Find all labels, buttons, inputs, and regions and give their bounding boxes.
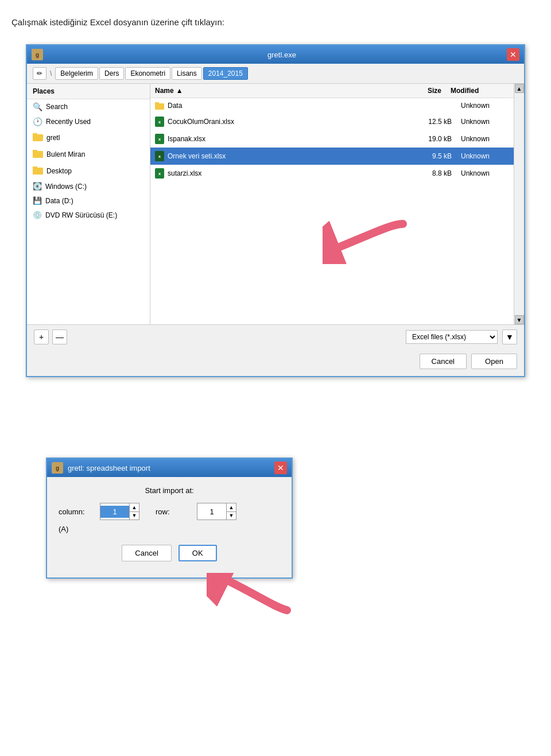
files-panel: Name ▲ Size Modified Data Unknown [150,84,514,324]
arrow-annotation-2 [207,573,298,619]
arrow-annotation-1 [323,218,414,264]
row-label: row: [156,507,190,516]
place-windows-c[interactable]: 💽 Windows (C:) [27,179,150,193]
close-button[interactable]: ✕ [507,48,519,61]
place-dvd-e[interactable]: 💿 DVD RW Sürücüsü (E:) [27,208,150,222]
svg-rect-5 [33,166,37,169]
file-name-data: Data [150,100,410,111]
place-recently-used-label: Recently Used [46,118,91,126]
breadcrumb-sep: \ [49,69,53,77]
file-label-sutarzi: sutarzi.xlsx [168,169,201,177]
disc-e-icon: 💿 [33,211,42,219]
import-actions: Cancel OK [59,540,280,568]
xlsx-icon-ornek: x [155,151,164,161]
file-modified-data: Unknown [456,100,514,111]
import-app-icon: g [52,462,63,474]
file-label-data: Data [168,102,182,110]
column-spinner-buttons: ▲ ▼ [129,503,139,519]
file-row-cocuk[interactable]: x CocukOlumOrani.xlsx 12.5 kB Unknown [150,113,514,130]
place-gretl[interactable]: gretl [27,129,150,146]
svg-rect-1 [33,133,37,135]
file-size-ispanak: 19.0 kB [410,134,456,144]
place-bulent-label: Bulent Miran [46,150,85,158]
place-search[interactable]: 🔍 Search [27,99,150,114]
breadcrumb-bar: Belgelerim Ders Ekonometri Lisans 2014_2… [55,67,248,80]
file-filter-select[interactable]: Excel files (*.xlsx) [406,330,498,344]
file-size-data [410,104,456,107]
place-desktop[interactable]: Desktop [27,162,150,179]
dialog-titlebar: g gretl.exe ✕ [27,45,524,64]
cancel-button[interactable]: Cancel [420,354,467,369]
file-dialog: g gretl.exe ✕ ✏ \ Belgelerim Ders Ekonom… [26,44,525,377]
places-list: 🔍 Search 🕐 Recently Used gretl [27,99,150,324]
scrollbar[interactable]: ▲ ▼ [514,84,524,324]
dialog-bottom-bar: + — Excel files (*.xlsx) ▼ [27,325,524,349]
place-search-label: Search [46,103,68,111]
folder-icon [155,102,164,110]
import-close-button[interactable]: ✕ [274,462,287,474]
breadcrumb-lisans[interactable]: Lisans [172,67,202,80]
svg-rect-7 [155,102,159,104]
import-ok-button[interactable]: OK [179,545,217,561]
recently-used-icon: 🕐 [33,117,42,126]
file-row-data[interactable]: Data Unknown [150,98,514,113]
row-spinner-buttons: ▲ ▼ [226,503,236,519]
file-modified-cocuk: Unknown [456,117,514,127]
file-label-ispanak: Ispanak.xlsx [168,135,205,143]
xlsx-icon-cocuk: x [155,117,164,127]
page-instruction: Çalışmak istediğiniz Excel dosyanın üzer… [11,17,540,27]
file-name-cocuk: x CocukOlumOrani.xlsx [150,115,410,128]
row-spinner[interactable]: ▲ ▼ [197,503,236,520]
place-windows-c-label: Windows (C:) [45,183,87,191]
file-size-ornek: 9.5 kB [410,151,456,161]
xlsx-icon-sutarzi: x [155,168,164,179]
file-row-sutarzi[interactable]: x sutarzi.xlsx 8.8 kB Unknown [150,165,514,182]
places-header: Places [27,84,150,99]
edit-button[interactable]: ✏ [33,67,46,80]
drive-d-icon: 💾 [33,196,42,205]
file-size-cocuk: 12.5 kB [410,117,456,127]
column-up-button[interactable]: ▲ [130,503,139,511]
import-cancel-button[interactable]: Cancel [122,545,171,561]
place-bulent-miran[interactable]: Bulent Miran [27,146,150,162]
file-name-ispanak: x Ispanak.xlsx [150,133,410,145]
col-modified-header[interactable]: Modified [446,84,503,98]
file-size-sutarzi: 8.8 kB [410,168,456,179]
col-name-header[interactable]: Name ▲ [150,84,400,98]
dialog-actions: Cancel Open [27,349,524,376]
file-row-ornek[interactable]: x Ornek veri seti.xlsx 9.5 kB Unknown [150,148,514,165]
open-button[interactable]: Open [471,354,517,369]
search-icon: 🔍 [33,102,42,111]
column-input[interactable] [100,506,129,518]
file-row-ispanak[interactable]: x Ispanak.xlsx 19.0 kB Unknown [150,130,514,148]
file-modified-ispanak: Unknown [456,134,514,144]
column-letter-label: (A) [59,525,280,533]
column-label: column: [59,507,93,516]
files-area: Data Unknown x CocukOlumOrani.xlsx 12.5 … [150,98,514,324]
remove-button[interactable]: — [52,329,67,344]
place-recently-used[interactable]: 🕐 Recently Used [27,114,150,129]
row-input[interactable] [197,506,226,518]
dialog-title: gretl.exe [57,51,507,59]
breadcrumb-belgelerim[interactable]: Belgelerim [55,67,98,80]
places-panel: Places 🔍 Search 🕐 Recently Used gretl [27,84,150,324]
import-titlebar: g gretl: spreadsheet import ✕ [47,459,292,477]
files-header: Name ▲ Size Modified [150,84,514,98]
sort-icon: ▲ [176,87,183,95]
breadcrumb-ekonometri[interactable]: Ekonometri [125,67,170,80]
col-size-header[interactable]: Size [400,84,446,98]
breadcrumb-2014-2015[interactable]: 2014_2015 [203,67,248,80]
import-dialog-title: gretl: spreadsheet import [68,464,270,472]
breadcrumb-ders[interactable]: Ders [99,67,124,80]
row-down-button[interactable]: ▼ [227,511,236,519]
column-down-button[interactable]: ▼ [130,511,139,519]
bottom-left-controls: + — [34,329,67,344]
file-label-ornek: Ornek veri seti.xlsx [168,152,226,160]
app-icon: g [32,49,43,60]
row-up-button[interactable]: ▲ [227,503,236,511]
filter-expand-button[interactable]: ▼ [502,329,517,344]
drive-c-icon: 💽 [33,182,42,191]
add-button[interactable]: + [34,329,49,344]
place-data-d[interactable]: 💾 Data (D:) [27,193,150,208]
column-spinner[interactable]: ▲ ▼ [100,503,139,520]
